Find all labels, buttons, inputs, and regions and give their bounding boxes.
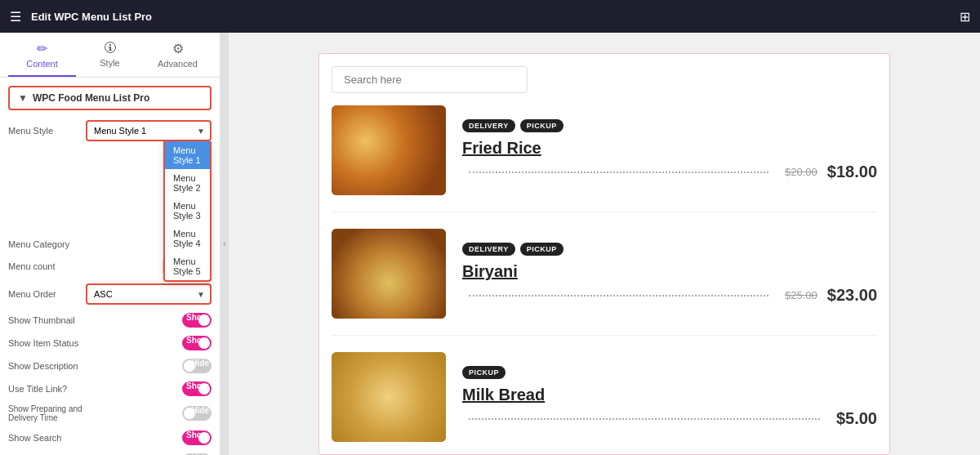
badge-delivery-2: DELIVERY <box>462 243 515 256</box>
menu-item-milk-bread: PICKUP Milk Bread $5.00 <box>332 352 877 442</box>
menu-order-select[interactable]: ASC <box>86 283 212 305</box>
menu-count-label: Menu count <box>8 261 86 271</box>
use-title-link-control: Show <box>86 381 212 396</box>
section-header-wpc[interactable]: ▼ WPC Food Menu List Pro <box>8 86 212 110</box>
menu-item-fried-rice: DELIVERY PICKUP Fried Rice $20.00 $18.00 <box>332 105 877 212</box>
show-search-label: Show Search <box>8 433 86 443</box>
show-description-control: Hide <box>86 359 212 373</box>
info-icon: 🛈 <box>104 41 117 56</box>
search-input[interactable] <box>332 66 528 93</box>
tab-advanced-label: Advanced <box>158 59 198 69</box>
show-thumbnail-label: Show Thumbnail <box>8 315 86 325</box>
field-show-description: Show Description Hide <box>8 359 212 373</box>
show-item-status-label: Show Item Status <box>8 338 86 348</box>
dotted-line-1 <box>469 172 768 173</box>
sidebar-content: ▼ WPC Food Menu List Pro Menu Style Menu… <box>0 78 220 455</box>
price-row-fried-rice: $20.00 $18.00 <box>462 163 877 181</box>
menu-style-dropdown[interactable]: Menu Style 1 Menu Style 2 Menu Style 3 M… <box>163 141 212 282</box>
badge-pickup-3: PICKUP <box>462 366 506 379</box>
dropdown-item-4[interactable]: Menu Style 4 <box>165 225 210 252</box>
show-prep-delivery-label: Show Preparing and Delivery Time <box>8 404 102 422</box>
menu-item-name-fried-rice[interactable]: Fried Rice <box>462 139 877 158</box>
page-title: Edit WPC Menu List Pro <box>31 11 152 23</box>
main-container: ✏ Content 🛈 Style ⚙ Advanced ▼ WPC Food … <box>0 33 980 455</box>
menu-order-control[interactable]: ASC ▼ <box>86 283 212 305</box>
arrow-down-icon: ▼ <box>18 92 28 104</box>
tab-content-label: Content <box>26 59 58 69</box>
top-bar: ☰ Edit WPC Menu List Pro ⊞ <box>0 0 980 33</box>
show-thumbnail-control: Show <box>86 313 212 328</box>
dropdown-item-5[interactable]: Menu Style 5 <box>165 252 210 280</box>
badge-row-milk-bread: PICKUP <box>462 366 877 379</box>
tab-content[interactable]: ✏ Content <box>8 33 76 77</box>
hamburger-icon[interactable]: ☰ <box>10 9 21 25</box>
collapse-handle[interactable]: ‹ <box>220 33 229 455</box>
menu-style-select[interactable]: Menu Style 1 <box>86 120 212 141</box>
price-original-biryani: $25.00 <box>785 289 817 301</box>
menu-style-label: Menu Style <box>8 126 86 136</box>
menu-item-biryani: DELIVERY PICKUP Biryani $25.00 $23.00 <box>332 229 877 336</box>
pencil-icon: ✏ <box>37 41 47 56</box>
badge-pickup-2: PICKUP <box>520 243 564 256</box>
tab-style-label: Style <box>100 58 119 68</box>
menu-item-image-biryani <box>332 229 446 319</box>
badge-row-fried-rice: DELIVERY PICKUP <box>462 119 877 132</box>
dropdown-item-3[interactable]: Menu Style 3 <box>165 197 210 225</box>
menu-item-name-milk-bread[interactable]: Milk Bread <box>462 386 877 404</box>
gear-icon: ⚙ <box>172 41 184 56</box>
menu-item-info-milk-bread: PICKUP Milk Bread $5.00 <box>462 366 877 428</box>
dotted-line-2 <box>469 295 768 297</box>
badge-delivery-1: DELIVERY <box>462 119 515 132</box>
badge-row-biryani: DELIVERY PICKUP <box>462 243 877 256</box>
grid-icon[interactable]: ⊞ <box>960 9 970 25</box>
price-row-milk-bread: $5.00 <box>462 409 877 428</box>
price-row-biryani: $25.00 $23.00 <box>462 286 877 305</box>
show-item-status-control: Show <box>86 336 212 350</box>
menu-item-name-biryani[interactable]: Biryani <box>462 262 877 281</box>
menu-style-control[interactable]: Menu Style 1 ▼ Menu Style 1 Menu Style 2… <box>86 120 212 141</box>
field-use-title-link: Use Title Link? Show <box>8 381 212 396</box>
field-menu-order: Menu Order ASC ▼ <box>8 283 212 305</box>
field-show-search: Show Search Show <box>8 430 212 445</box>
show-item-status-toggle[interactable]: Show <box>182 336 212 350</box>
show-search-toggle[interactable]: Show <box>182 430 212 445</box>
field-show-item-status: Show Item Status Show <box>8 336 212 350</box>
show-search-control: Show <box>86 430 212 445</box>
sidebar: ✏ Content 🛈 Style ⚙ Advanced ▼ WPC Food … <box>0 33 220 455</box>
menu-order-label: Menu Order <box>8 289 86 299</box>
price-current-milk-bread: $5.00 <box>836 409 877 428</box>
tab-style[interactable]: 🛈 Style <box>76 33 144 77</box>
show-description-label: Show Description <box>8 361 86 371</box>
show-prep-delivery-toggle[interactable]: Hide <box>182 406 212 421</box>
dotted-line-3 <box>469 418 820 420</box>
price-current-fried-rice: $18.00 <box>827 163 877 181</box>
show-prep-delivery-control: Hide <box>102 406 212 421</box>
menu-item-info-biryani: DELIVERY PICKUP Biryani $25.00 $23.00 <box>462 243 877 305</box>
field-show-prep-delivery: Show Preparing and Delivery Time Hide <box>8 404 212 422</box>
menu-item-info-fried-rice: DELIVERY PICKUP Fried Rice $20.00 $18.00 <box>462 119 877 181</box>
field-menu-style: Menu Style Menu Style 1 ▼ Menu Style 1 M… <box>8 120 212 141</box>
dropdown-item-1[interactable]: Menu Style 1 <box>165 141 210 169</box>
section-title: WPC Food Menu List Pro <box>33 92 149 104</box>
menu-card: DELIVERY PICKUP Fried Rice $20.00 $18.00 <box>318 53 890 455</box>
sidebar-tabs: ✏ Content 🛈 Style ⚙ Advanced <box>0 33 220 78</box>
content-area: DELIVERY PICKUP Fried Rice $20.00 $18.00 <box>229 33 980 455</box>
use-title-link-label: Use Title Link? <box>8 384 86 394</box>
menu-item-image-fried-rice <box>332 105 446 195</box>
field-show-thumbnail: Show Thumbnail Show <box>8 313 212 328</box>
show-thumbnail-toggle[interactable]: Show <box>182 313 212 328</box>
price-original-fried-rice: $20.00 <box>785 166 817 178</box>
price-current-biryani: $23.00 <box>827 286 877 305</box>
use-title-link-toggle[interactable]: Show <box>182 381 212 396</box>
tab-advanced[interactable]: ⚙ Advanced <box>144 33 212 77</box>
dropdown-item-2[interactable]: Menu Style 2 <box>165 169 210 197</box>
menu-item-image-milk-bread <box>332 352 446 442</box>
menu-category-label: Menu Category <box>8 239 86 249</box>
show-description-toggle[interactable]: Hide <box>182 359 212 373</box>
badge-pickup-1: PICKUP <box>520 119 564 132</box>
